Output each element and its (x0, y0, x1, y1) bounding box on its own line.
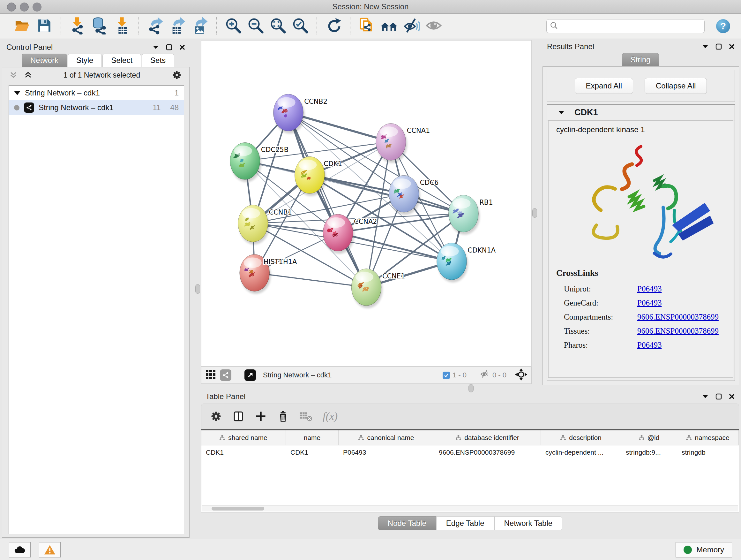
tab-select[interactable]: Select (103, 54, 141, 67)
expand-all-button[interactable]: Expand All (575, 78, 633, 94)
mapped-column-icon (219, 435, 225, 441)
column-header-name[interactable]: name (286, 430, 339, 445)
clone-network-button[interactable] (357, 17, 376, 36)
add-column-icon[interactable] (254, 410, 267, 423)
close-panel-icon[interactable] (179, 44, 185, 50)
houses-icon (380, 17, 398, 36)
network-canvas[interactable]: CCNB2CCNA1CDC25BCDK1CDC6RB1CCNB1CCNA2CDK… (201, 40, 532, 367)
help-button[interactable]: ? (716, 19, 730, 33)
left-splitter-handle[interactable] (195, 284, 200, 294)
zoom-selected-button[interactable] (291, 17, 310, 36)
save-session-button[interactable] (35, 17, 54, 36)
right-splitter-handle[interactable] (532, 208, 537, 218)
panel-menu-icon[interactable] (702, 44, 709, 49)
close-panel-icon[interactable] (729, 44, 735, 50)
open-session-button[interactable] (13, 17, 31, 36)
export-network-button[interactable] (146, 17, 165, 36)
import-network-from-database-button[interactable] (91, 17, 109, 36)
hide-graphics-details-button[interactable] (402, 17, 421, 36)
column-header-id[interactable]: @id (621, 430, 677, 445)
cell-description[interactable]: cyclin-dependent ... (541, 445, 621, 459)
tab-network-table[interactable]: Network Table (494, 516, 562, 530)
float-panel-icon[interactable] (716, 44, 722, 50)
network-collection-row[interactable]: String Network – cdk1 1 (9, 85, 184, 100)
string-home-button[interactable] (380, 17, 398, 36)
network-view-share-icon[interactable] (220, 369, 231, 381)
clone-network-icon (358, 17, 376, 36)
network-edge-count: 48 (170, 103, 179, 112)
current-network-dot-icon (14, 105, 19, 111)
tab-string-results[interactable]: String (622, 53, 659, 66)
cell-id[interactable]: stringdb:9... (621, 445, 677, 459)
hidden-eye-icon[interactable] (480, 370, 490, 380)
column-header-shared-name[interactable]: shared name (201, 430, 286, 445)
zoom-in-button[interactable] (224, 17, 243, 36)
warnings-button[interactable] (39, 542, 61, 557)
panel-menu-icon[interactable] (152, 45, 159, 50)
pharos-link[interactable]: P06493 (637, 341, 662, 350)
table-settings-gear-icon[interactable] (210, 410, 222, 423)
column-header-namespace[interactable]: namespace (677, 430, 739, 445)
horizontal-scrollbar[interactable] (202, 505, 738, 511)
collapse-all-button[interactable]: Collapse All (645, 78, 707, 94)
delete-table-icon[interactable] (299, 411, 313, 422)
genecard-link[interactable]: P06493 (637, 299, 662, 307)
close-panel-icon[interactable] (729, 394, 735, 399)
uniprot-link[interactable]: P06493 (637, 285, 662, 294)
search-input[interactable] (561, 22, 701, 30)
toolbar-separator (138, 17, 139, 35)
crosslinks-title: CrossLinks (556, 268, 725, 278)
compartments-link[interactable]: 9606.ENSP00000378699 (637, 313, 719, 321)
function-builder-button[interactable]: f(x) (323, 410, 338, 422)
show-graphics-details-button[interactable] (424, 17, 443, 36)
toolbar-divider (238, 369, 238, 381)
global-search-box[interactable] (546, 19, 704, 33)
float-panel-icon[interactable] (716, 393, 722, 400)
column-header-canonical-name[interactable]: canonical name (339, 430, 434, 445)
tree-expand-caret-icon[interactable] (14, 91, 20, 95)
apply-preferred-layout-button[interactable] (324, 17, 343, 36)
gene-section-header[interactable]: CDK1 (547, 105, 735, 120)
hidden-node-edge-counts: 0 - 0 (492, 371, 507, 379)
table-row[interactable]: CDK1 CDK1 P06493 9606.ENSP00000378699 cy… (201, 445, 739, 459)
tab-style[interactable]: Style (68, 54, 102, 67)
cell-canonical-name[interactable]: P06493 (339, 445, 434, 459)
network-row[interactable]: String Network – cdk1 11 48 (9, 100, 184, 115)
export-table-button[interactable] (169, 17, 187, 36)
tab-node-table[interactable]: Node Table (378, 516, 436, 530)
cell-name[interactable]: CDK1 (286, 445, 339, 459)
export-image-button[interactable] (191, 17, 209, 36)
detach-view-icon[interactable] (245, 369, 256, 381)
tab-sets[interactable]: Sets (142, 54, 174, 67)
import-table-from-file-button[interactable] (113, 17, 131, 36)
column-header-database-identifier[interactable]: database identifier (434, 430, 541, 445)
section-collapse-caret-icon[interactable] (558, 110, 565, 115)
selected-items-checkbox[interactable] (443, 372, 450, 379)
zoom-fit-button[interactable] (269, 17, 287, 36)
expand-all-networks-icon[interactable] (24, 71, 32, 79)
gene-symbol: CDK1 (575, 108, 598, 118)
memory-button[interactable]: Memory (676, 542, 732, 557)
cell-namespace[interactable]: stringdb (677, 445, 739, 459)
float-panel-icon[interactable] (166, 44, 172, 51)
scrollbar-thumb[interactable] (212, 507, 264, 510)
mapped-column-icon (456, 435, 461, 441)
show-columns-icon[interactable] (232, 410, 245, 423)
cell-database-identifier[interactable]: 9606.ENSP00000378699 (434, 445, 541, 459)
tissues-link[interactable]: 9606.ENSP00000378699 (637, 327, 719, 335)
birds-eye-view-icon[interactable] (515, 368, 528, 382)
grid-view-icon[interactable] (205, 369, 216, 381)
tab-edge-table[interactable]: Edge Table (436, 516, 494, 530)
collapse-all-networks-icon[interactable] (9, 71, 17, 79)
zoom-out-button[interactable] (246, 17, 265, 36)
cell-shared-name[interactable]: CDK1 (201, 445, 286, 459)
panel-menu-icon[interactable] (702, 394, 709, 399)
import-network-from-file-button[interactable] (68, 17, 87, 36)
cloud-status-button[interactable] (9, 542, 30, 557)
tab-network[interactable]: Network (22, 54, 67, 67)
column-header-description[interactable]: description (541, 430, 621, 445)
network-node-label: CCNA2 (354, 218, 377, 226)
delete-column-icon[interactable] (277, 410, 289, 423)
network-options-gear-icon[interactable] (172, 70, 182, 80)
window-title: Session: New Session (0, 2, 741, 11)
